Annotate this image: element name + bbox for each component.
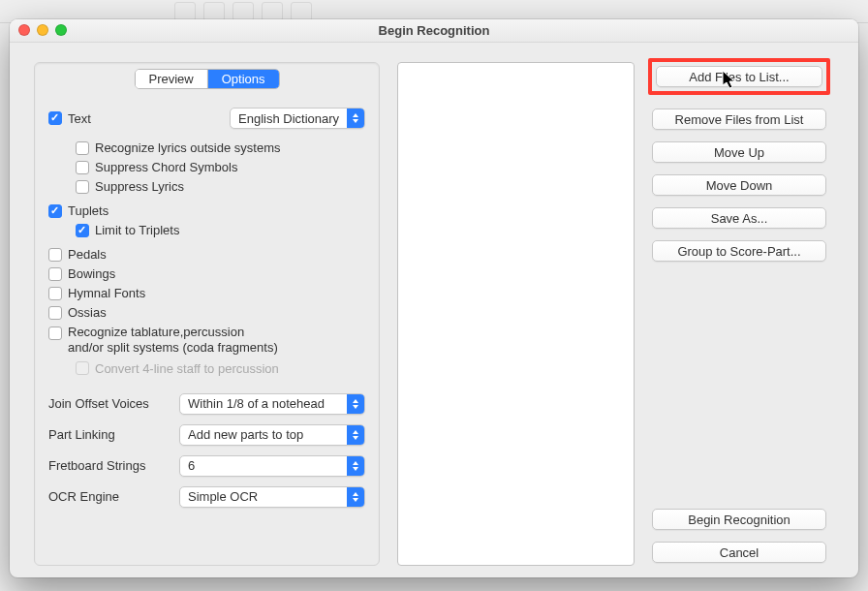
add-files-button[interactable]: Add Files to List... [656,66,822,87]
move-down-button[interactable]: Move Down [652,174,826,196]
text-checkbox[interactable] [48,111,62,125]
limit-triplets-checkbox[interactable] [76,224,89,237]
begin-recognition-dialog: Begin Recognition Preview Options Text E… [10,19,858,577]
chevron-updown-icon [347,109,364,128]
zoom-icon[interactable] [55,24,67,36]
ocr-engine-label: OCR Engine [48,489,170,504]
ocr-engine-select[interactable]: Simple OCR [179,486,365,508]
suppress-lyrics-checkbox[interactable] [76,180,89,194]
cancel-button[interactable]: Cancel [652,542,826,563]
tab-preview[interactable]: Preview [135,70,206,88]
segmented-tabs: Preview Options [134,69,279,89]
convert-4line-checkbox [76,361,89,375]
pedals-label: Pedals [68,247,107,262]
part-linking-label: Part Linking [48,427,170,442]
close-icon[interactable] [18,24,30,36]
tab-percussion-label: Recognize tablature,percussion and/or sp… [68,325,278,357]
part-linking-select[interactable]: Add new parts to top [179,424,365,446]
background-icons [174,2,312,21]
hymnal-fonts-label: Hymnal Fonts [68,286,145,300]
chevron-updown-icon [347,487,364,507]
suppress-chords-label: Suppress Chord Symbols [95,160,237,174]
bowings-label: Bowings [68,266,115,281]
join-offset-label: Join Offset Voices [48,396,170,411]
tuplets-checkbox[interactable] [48,204,62,218]
traffic-lights [18,24,67,36]
right-buttons: Add Files to List... Remove Files from L… [652,62,826,563]
remove-files-button[interactable]: Remove Files from List [652,109,826,130]
options-panel: Preview Options Text English Dictionary … [34,62,380,566]
dictionary-select[interactable]: English Dictionary [230,108,365,129]
suppress-chords-checkbox[interactable] [76,161,89,174]
titlebar: Begin Recognition [10,19,858,43]
limit-triplets-label: Limit to Triplets [95,223,179,237]
chevron-updown-icon [347,425,364,445]
tab-options[interactable]: Options [207,70,279,88]
move-up-button[interactable]: Move Up [652,141,826,163]
save-as-button[interactable]: Save As... [652,207,826,229]
ossias-checkbox[interactable] [48,306,62,320]
suppress-lyrics-label: Suppress Lyrics [95,179,184,194]
tab-percussion-checkbox[interactable] [48,327,62,340]
window-title: Begin Recognition [379,23,490,38]
convert-4line-label: Convert 4-line staff to percussion [95,361,279,376]
ossias-label: Ossias [68,305,107,320]
chevron-updown-icon [347,456,364,476]
file-list[interactable] [397,62,635,566]
text-label: Text [68,111,91,126]
minimize-icon[interactable] [37,24,48,36]
tuplets-label: Tuplets [68,203,108,218]
join-offset-select[interactable]: Within 1/8 of a notehead [179,393,365,415]
chevron-updown-icon [347,394,364,414]
hymnal-fonts-checkbox[interactable] [48,287,62,300]
recognize-lyrics-checkbox[interactable] [76,141,89,155]
group-score-button[interactable]: Group to Score-Part... [652,240,826,262]
tutorial-highlight: Add Files to List... [648,58,830,95]
fretboard-label: Fretboard Strings [48,458,170,473]
pedals-checkbox[interactable] [48,248,62,262]
bowings-checkbox[interactable] [48,267,62,281]
fretboard-select[interactable]: 6 [179,455,365,477]
begin-recognition-button[interactable]: Begin Recognition [652,509,826,530]
recognize-lyrics-label: Recognize lyrics outside systems [95,140,280,155]
